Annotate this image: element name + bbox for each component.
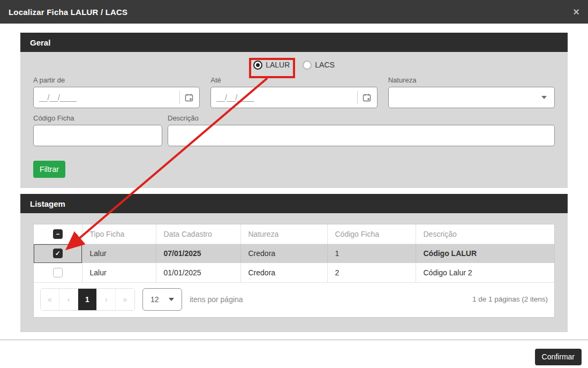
pager-last-button[interactable]: »	[116, 289, 134, 310]
row-checkbox-checked[interactable]: ✓	[53, 249, 63, 258]
ate-input[interactable]	[216, 93, 355, 102]
cell-descricao: Código LALUR	[416, 244, 554, 263]
cell-data-cadastro: 07/01/2025	[156, 244, 240, 263]
table-row[interactable]: ✓ Lalur 07/01/2025 Credora 1 Código LALU…	[34, 244, 554, 263]
pager-page-1[interactable]: 1	[78, 289, 97, 310]
cell-codigo-ficha: 1	[327, 244, 416, 263]
descricao-label: Descrição	[168, 114, 555, 122]
pager-first-button[interactable]: «	[41, 289, 59, 310]
chevron-down-icon	[541, 96, 547, 99]
pager: « ‹ 1 › » 12 itens por página 1 de 1 pág…	[34, 283, 554, 317]
geral-panel: Geral LALUR LACS A partir de	[20, 33, 568, 188]
col-natureza: Natureza	[240, 224, 327, 244]
col-data-cadastro: Data Cadastro	[156, 224, 240, 244]
items-per-page-label: itens por página	[190, 295, 243, 304]
descricao-input[interactable]	[174, 131, 549, 140]
select-all-cell: −	[34, 224, 82, 244]
radio-lalur-circle[interactable]	[253, 61, 262, 70]
cell-natureza: Credora	[240, 244, 327, 263]
select-all-checkbox[interactable]: −	[53, 229, 63, 239]
a-partir-de-field[interactable]	[33, 87, 200, 108]
page-size-value: 12	[150, 295, 159, 304]
pager-info: 1 de 1 páginas (2 itens)	[472, 295, 548, 303]
page-size-select[interactable]: 12	[142, 288, 182, 311]
cell-codigo-ficha: 2	[327, 263, 416, 282]
filtrar-button[interactable]: Filtrar	[33, 161, 65, 178]
calendar-icon[interactable]	[362, 93, 372, 102]
table-row[interactable]: Lalur 01/01/2025 Credora 2 Código Lalur …	[34, 263, 554, 282]
col-codigo-ficha: Código Ficha	[327, 224, 416, 244]
codigo-ficha-input[interactable]	[39, 131, 156, 140]
codigo-ficha-field[interactable]	[33, 125, 162, 146]
cell-natureza: Credora	[240, 263, 327, 282]
ate-field[interactable]	[210, 87, 377, 108]
listagem-panel-body: − Tipo Ficha Data Cadastro Natureza Códi…	[20, 213, 568, 332]
pager-buttons: « ‹ 1 › »	[40, 288, 135, 311]
a-partir-de-input[interactable]	[39, 93, 177, 102]
row-checkbox-cell	[34, 263, 82, 282]
radio-lacs-label: LACS	[315, 61, 335, 69]
listagem-panel-title: Listagem	[30, 199, 65, 208]
col-tipo-ficha: Tipo Ficha	[82, 224, 156, 244]
geral-panel-body: LALUR LACS A partir de	[20, 52, 568, 188]
a-partir-de-label: A partir de	[33, 76, 200, 84]
listagem-panel-header: Listagem	[20, 194, 568, 213]
ate-label: Até	[210, 76, 377, 84]
pager-next-button[interactable]: ›	[97, 289, 116, 310]
radio-lalur-label: LALUR	[266, 61, 290, 69]
natureza-select[interactable]	[388, 87, 555, 108]
modal-header: Localizar Ficha LALUR / LACS ×	[0, 0, 588, 24]
row-checkbox-unchecked[interactable]	[53, 268, 63, 277]
listagem-panel: Listagem − Tipo Ficha Data Cadastro Natu…	[20, 194, 568, 332]
radio-lacs[interactable]: LACS	[303, 59, 335, 70]
modal-footer: Confirmar	[0, 340, 588, 365]
codigo-ficha-label: Código Ficha	[33, 114, 162, 122]
col-descricao: Descrição	[416, 224, 554, 244]
natureza-label: Natureza	[388, 76, 555, 84]
calendar-icon[interactable]	[184, 93, 194, 102]
cell-tipo-ficha: Lalur	[82, 263, 156, 282]
cell-descricao: Código Lalur 2	[416, 263, 554, 282]
cell-data-cadastro: 01/01/2025	[156, 263, 240, 282]
chevron-down-icon	[169, 298, 174, 301]
confirmar-button[interactable]: Confirmar	[535, 349, 582, 365]
close-icon[interactable]: ×	[573, 6, 579, 17]
row-checkbox-cell: ✓	[34, 244, 82, 263]
modal-title: Localizar Ficha LALUR / LACS	[9, 7, 127, 17]
cell-tipo-ficha: Lalur	[82, 244, 156, 263]
tipo-radio-group: LALUR LACS	[33, 52, 555, 70]
descricao-field[interactable]	[168, 125, 555, 146]
results-grid: − Tipo Ficha Data Cadastro Natureza Códi…	[33, 224, 555, 318]
geral-panel-header: Geral	[20, 33, 568, 52]
pager-prev-button[interactable]: ‹	[59, 289, 78, 310]
table-header-row: − Tipo Ficha Data Cadastro Natureza Códi…	[34, 224, 554, 244]
geral-panel-title: Geral	[30, 38, 50, 47]
radio-lalur[interactable]: LALUR	[253, 59, 290, 70]
radio-lacs-circle[interactable]	[303, 61, 312, 70]
